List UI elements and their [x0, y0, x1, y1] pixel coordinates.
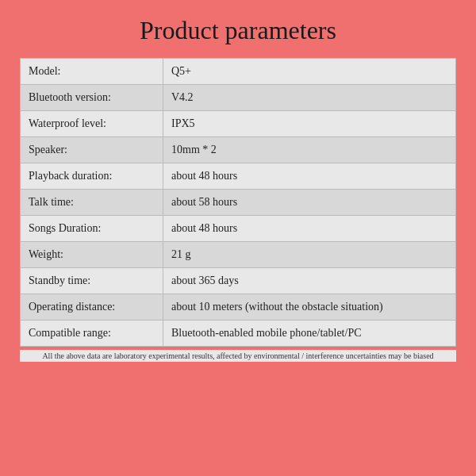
- cell-label: Talk time:: [21, 190, 163, 215]
- page-title: Product parameters: [140, 16, 336, 45]
- cell-value: V4.2: [163, 85, 455, 110]
- cell-value: 21 g: [163, 242, 455, 267]
- cell-value: about 58 hours: [163, 190, 455, 215]
- cell-value: Bluetooth-enabled mobile phone/tablet/PC: [163, 321, 455, 346]
- table-row: Model:Q5+: [21, 59, 455, 85]
- cell-label: Bluetooth version:: [21, 85, 163, 110]
- disclaimer-text: All the above data are laboratory experi…: [20, 350, 456, 362]
- cell-value: 10mm * 2: [163, 137, 455, 163]
- cell-value: about 365 days: [163, 268, 455, 294]
- cell-label: Weight:: [21, 242, 163, 267]
- cell-label: Standby time:: [21, 268, 163, 294]
- parameters-table: Model:Q5+Bluetooth version:V4.2Waterproo…: [20, 58, 456, 347]
- cell-value: about 48 hours: [163, 163, 455, 189]
- table-row: Weight:21 g: [21, 242, 455, 268]
- table-row: Playback duration:about 48 hours: [21, 163, 455, 190]
- cell-label: Operating distance:: [21, 294, 163, 320]
- cell-label: Model:: [21, 59, 163, 84]
- cell-value: Q5+: [163, 59, 455, 84]
- cell-value: about 48 hours: [163, 216, 455, 241]
- table-row: Compatible range:Bluetooth-enabled mobil…: [21, 321, 455, 346]
- cell-value: about 10 meters (without the obstacle si…: [163, 294, 455, 320]
- table-row: Standby time:about 365 days: [21, 268, 455, 294]
- table-row: Talk time:about 58 hours: [21, 190, 455, 216]
- cell-value: IPX5: [163, 111, 455, 136]
- table-row: Bluetooth version:V4.2: [21, 85, 455, 111]
- cell-label: Compatible range:: [21, 321, 163, 346]
- cell-label: Playback duration:: [21, 163, 163, 189]
- table-row: Songs Duration:about 48 hours: [21, 216, 455, 242]
- cell-label: Songs Duration:: [21, 216, 163, 241]
- table-row: Waterproof level:IPX5: [21, 111, 455, 137]
- table-row: Operating distance:about 10 meters (with…: [21, 294, 455, 321]
- cell-label: Waterproof level:: [21, 111, 163, 136]
- table-row: Speaker:10mm * 2: [21, 137, 455, 163]
- cell-label: Speaker:: [21, 137, 163, 163]
